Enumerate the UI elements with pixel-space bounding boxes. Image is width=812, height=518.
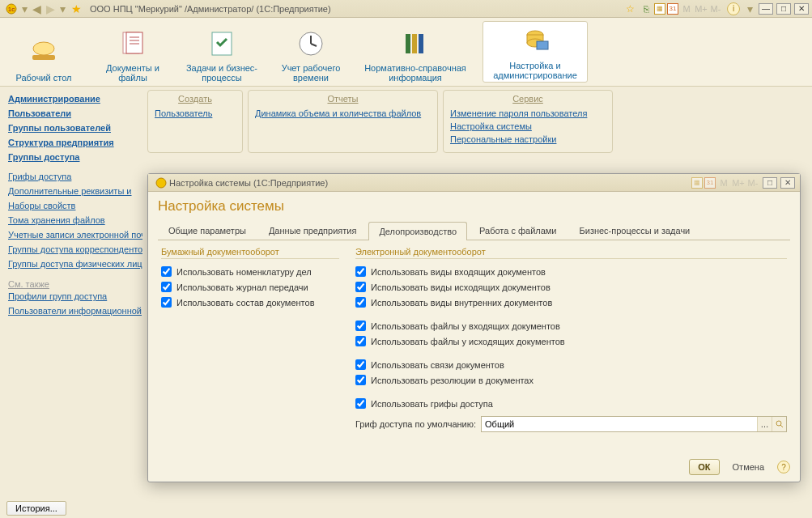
- maximize-button[interactable]: □: [776, 3, 791, 15]
- chk-transfer-journal[interactable]: Использовать журнал передачи: [161, 279, 339, 295]
- panel-reports-title: Отчеты: [255, 94, 431, 104]
- dialog-mminus: M-: [746, 176, 759, 189]
- panel-reports: Отчеты Динамика объема и количества файл…: [248, 90, 438, 153]
- svg-text:1c: 1c: [8, 6, 15, 13]
- section-tasks[interactable]: Задачи и бизнес-процессы: [185, 21, 259, 83]
- service-personal[interactable]: Персональные настройки: [450, 133, 606, 146]
- sidebar-structure[interactable]: Структура предприятия: [8, 135, 142, 150]
- chk-resolutions[interactable]: Использовать резолюции в документах: [355, 372, 787, 388]
- nav-back-icon[interactable]: ◀: [32, 2, 41, 15]
- tab-files[interactable]: Работа с файлами: [469, 221, 567, 240]
- link-icon[interactable]: ⎘: [640, 2, 653, 15]
- section-label: Документы и файлы: [96, 63, 170, 83]
- section-label: Рабочий стол: [15, 73, 71, 83]
- fav2-icon[interactable]: ☆: [626, 3, 635, 15]
- create-user[interactable]: Пользователь: [155, 107, 236, 120]
- sidebar-propsets[interactable]: Наборы свойств: [8, 198, 142, 213]
- svg-line-22: [780, 425, 783, 427]
- section-documents[interactable]: Документы и файлы: [96, 21, 170, 83]
- tab-processes[interactable]: Бизнес-процессы и задачи: [569, 221, 701, 240]
- calc-icon[interactable]: ▦: [654, 3, 665, 15]
- sidebar-users[interactable]: Пользователи: [8, 106, 142, 121]
- dialog-title: Настройка системы (1С:Предприятие): [169, 178, 328, 188]
- window-title: ООО НПЦ "Меркурий" /Администратор/ (1С:П…: [90, 4, 331, 14]
- paper-group-title: Бумажный документооборот: [161, 247, 339, 259]
- sidebar-grifs[interactable]: Грифы доступа: [8, 169, 142, 184]
- ok-button[interactable]: ОК: [689, 459, 719, 475]
- sidebar-usergroups[interactable]: Группы пользователей: [8, 121, 142, 135]
- minimize-button[interactable]: —: [759, 3, 773, 15]
- dialog-tabs: Общие параметры Данные предприятия Делоп…: [158, 221, 790, 240]
- dialog-calendar-icon[interactable]: 31: [704, 177, 716, 189]
- chk-incoming-types[interactable]: Использовать виды входящих документов: [355, 264, 787, 279]
- mminus-btn: M-: [709, 2, 722, 15]
- section-toolbar: Рабочий стол Документы и файлы Задачи и …: [0, 18, 812, 87]
- chk-nomenclature[interactable]: Использовать номенклатуру дел: [161, 264, 339, 279]
- tab-docflow[interactable]: Делопроизводство: [368, 222, 467, 240]
- panel-create: Создать Пользователь: [147, 90, 243, 153]
- mplus-btn: M+: [695, 2, 708, 15]
- sidebar-seealso-label: См. также: [8, 279, 142, 289]
- section-desktop[interactable]: Рабочий стол: [6, 21, 81, 83]
- sidebar-profiles[interactable]: Профили групп доступа: [8, 289, 142, 304]
- service-changepass[interactable]: Изменение пароля пользователя: [450, 107, 606, 120]
- sidebar-phys-access[interactable]: Группы доступа физических лиц: [8, 257, 142, 271]
- app-icon: 1c: [5, 2, 18, 15]
- infodrop-icon[interactable]: ▾: [747, 2, 753, 15]
- dialog-app-icon: [155, 176, 168, 189]
- tab-general[interactable]: Общие параметры: [158, 221, 257, 240]
- history-button[interactable]: История...: [6, 501, 66, 516]
- sidebar-extraprops[interactable]: Дополнительные реквизиты и: [8, 184, 142, 198]
- chk-doc-composition[interactable]: Использовать состав документов: [161, 295, 339, 310]
- section-admin[interactable]: Настройка и администрирование: [483, 21, 588, 83]
- section-time[interactable]: Учет рабочего времени: [274, 21, 348, 83]
- default-grif-input-wrap: …: [481, 416, 787, 432]
- grif-lookup-button[interactable]: [772, 417, 786, 431]
- m-btn: M: [680, 2, 693, 15]
- dialog-m: M: [717, 176, 730, 189]
- dialog-mplus: M+: [732, 176, 745, 189]
- svg-rect-5: [126, 32, 142, 53]
- svg-rect-15: [419, 34, 423, 53]
- dialog-calc-icon[interactable]: ▦: [691, 177, 703, 189]
- svg-rect-19: [537, 41, 548, 49]
- chk-outgoing-files[interactable]: Использовать файлы у исходящих документо…: [355, 333, 787, 349]
- sidebar-volumes[interactable]: Тома хранения файлов: [8, 213, 142, 227]
- sidebar-emailaccounts[interactable]: Учетные записи электронной почты: [8, 227, 142, 242]
- service-settings[interactable]: Настройка системы: [450, 120, 606, 133]
- chk-doc-links[interactable]: Использовать связи документов: [355, 357, 787, 372]
- chk-access-grifs[interactable]: Использовать грифы доступа: [355, 396, 787, 411]
- favorite-icon[interactable]: ★: [71, 2, 82, 15]
- chk-incoming-files[interactable]: Использовать файлы у входящих документов: [355, 318, 787, 333]
- help-button[interactable]: ?: [777, 461, 790, 473]
- dialog-close[interactable]: ✕: [780, 177, 795, 189]
- sidebar: Администрирование Пользователи Группы по…: [0, 87, 142, 518]
- dialog-titlebar: Настройка системы (1С:Предприятие) ▦ 31 …: [148, 174, 800, 192]
- chk-outgoing-types[interactable]: Использовать виды исходящих документов: [355, 279, 787, 295]
- calendar-icon[interactable]: 31: [667, 3, 678, 15]
- info-icon[interactable]: i: [727, 2, 740, 15]
- chk-internal-types[interactable]: Использовать виды внутренних документов: [355, 295, 787, 310]
- tab-enterprise[interactable]: Данные предприятия: [258, 221, 367, 240]
- section-reference[interactable]: Нормативно-справочная информация: [363, 21, 468, 83]
- sidebar-corr-access[interactable]: Группы доступа корреспондентов: [8, 242, 142, 257]
- sidebar-info-users[interactable]: Пользователи информационной: [8, 304, 142, 318]
- svg-point-20: [156, 178, 166, 188]
- default-grif-input[interactable]: [482, 417, 757, 431]
- electronic-group-title: Электронный документооборот: [355, 247, 787, 259]
- cancel-button[interactable]: Отмена: [725, 460, 772, 474]
- dropdown-icon[interactable]: ▾: [22, 2, 28, 15]
- report-dynamics[interactable]: Динамика объема и количества файлов: [255, 107, 431, 120]
- sidebar-accessgroups[interactable]: Группы доступа: [8, 150, 142, 164]
- dialog-heading: Настройка системы: [158, 198, 790, 214]
- dropdown2-icon[interactable]: ▾: [60, 2, 66, 15]
- main-titlebar: 1c ▾ ◀ ▶ ▾ ★ ООО НПЦ "Меркурий" /Админис…: [0, 0, 812, 18]
- close-button[interactable]: ✕: [794, 3, 809, 15]
- sidebar-administration[interactable]: Администрирование: [8, 91, 142, 106]
- nav-fwd-icon[interactable]: ▶: [46, 2, 55, 15]
- svg-rect-13: [406, 34, 410, 53]
- dialog-maximize[interactable]: □: [763, 177, 777, 189]
- grif-select-button[interactable]: …: [757, 417, 772, 431]
- section-label: Нормативно-справочная информация: [363, 63, 468, 83]
- section-label: Задачи и бизнес-процессы: [185, 63, 259, 83]
